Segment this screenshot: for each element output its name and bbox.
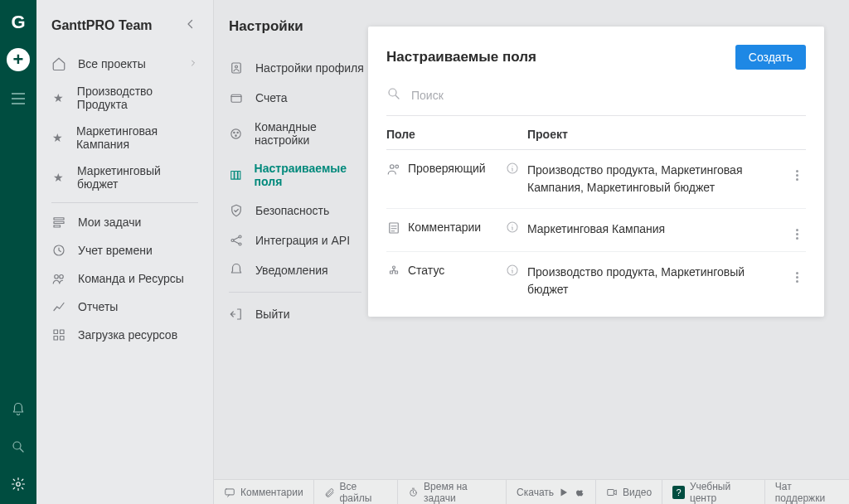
- chevron-right-icon: [188, 57, 198, 70]
- custom-fields-panel: Настраиваемые поля Создать Поле Проект П…: [368, 27, 824, 317]
- people-icon: [51, 271, 66, 286]
- info-icon[interactable]: [506, 162, 527, 177]
- bb-label: Время на задачи: [424, 481, 496, 504]
- nav-my-tasks[interactable]: Мои задачи: [36, 208, 213, 236]
- svg-rect-2: [54, 218, 64, 220]
- nav-label: Загрузка ресурсов: [78, 328, 177, 342]
- row-more-button[interactable]: [788, 220, 806, 240]
- settings-label: Настройки профиля: [255, 61, 364, 75]
- main: Настройки Настройки профиля Счета Команд…: [214, 0, 849, 504]
- settings-profile[interactable]: Настройки профиля: [229, 53, 368, 83]
- svg-point-7: [60, 275, 64, 279]
- search-input[interactable]: [411, 89, 806, 102]
- row-more-button[interactable]: [788, 264, 806, 283]
- bell-icon: [229, 263, 244, 278]
- settings-label: Командные настройки: [255, 120, 368, 147]
- row-more-button[interactable]: [788, 162, 806, 181]
- bb-video[interactable]: Видео: [596, 480, 662, 504]
- logout-icon: [229, 307, 244, 322]
- nav-label: Маркетинговая Кампания: [76, 124, 198, 151]
- settings-logout[interactable]: Выйти: [229, 299, 368, 329]
- create-button[interactable]: Создать: [735, 45, 806, 70]
- profile-icon: [229, 61, 244, 75]
- nav-project-1[interactable]: ★ Маркетинговая Кампания: [36, 118, 213, 158]
- nav-all-projects[interactable]: Все проекты: [36, 50, 213, 78]
- nav-time-tracking[interactable]: Учет времени: [36, 236, 213, 264]
- svg-rect-19: [231, 171, 234, 179]
- bb-download[interactable]: Скачать: [507, 480, 596, 504]
- field-projects: Производство продукта, Маркетинговая Кам…: [527, 162, 788, 196]
- gear-icon[interactable]: [11, 477, 26, 494]
- list-icon: [51, 215, 66, 230]
- nav-project-2[interactable]: ★ Маркетинговый бюджет: [36, 158, 213, 197]
- field-name: Статус: [408, 264, 506, 277]
- nav-label: Все проекты: [78, 57, 146, 70]
- share-icon: [229, 233, 244, 248]
- nav-label: Мои задачи: [78, 216, 141, 229]
- play-store-icon: [559, 487, 569, 497]
- col-field-header: Поле: [386, 128, 527, 141]
- table-header: Поле Проект: [386, 116, 806, 150]
- nav-project-0[interactable]: ★ Производство Продукта: [36, 78, 213, 118]
- bb-comments[interactable]: Комментарии: [214, 480, 314, 504]
- settings-billing[interactable]: Счета: [229, 83, 368, 113]
- star-icon: ★: [51, 91, 65, 104]
- settings-menu: Настройки Настройки профиля Счета Команд…: [214, 0, 368, 479]
- nav-workload[interactable]: Загрузка ресурсов: [36, 321, 213, 349]
- svg-rect-21: [238, 171, 240, 179]
- help-icon: ?: [672, 486, 685, 499]
- svg-point-1: [17, 482, 21, 487]
- bb-label: Видео: [623, 487, 652, 498]
- bb-time[interactable]: Время на задачи: [398, 480, 507, 504]
- bell-icon[interactable]: [11, 402, 26, 419]
- bb-chat[interactable]: Чат поддержки: [765, 480, 849, 504]
- search-icon[interactable]: [11, 439, 26, 457]
- info-icon[interactable]: [506, 264, 527, 279]
- settings-integration[interactable]: Интеграция и API: [229, 225, 368, 255]
- settings-label: Интеграция и API: [255, 234, 350, 247]
- nav-team-resources[interactable]: Команда и Ресурсы: [36, 264, 213, 293]
- add-button[interactable]: +: [7, 48, 30, 71]
- svg-point-26: [391, 165, 395, 169]
- info-icon[interactable]: [506, 220, 527, 236]
- settings-notifications[interactable]: Уведомления: [229, 255, 368, 285]
- star-icon: ★: [51, 171, 65, 184]
- settings-security[interactable]: Безопасность: [229, 196, 368, 225]
- sidebar: GanttPRO Team Все проекты ★ Производство…: [36, 0, 214, 504]
- chart-icon: [51, 299, 66, 314]
- bb-help[interactable]: ? Учебный центр: [662, 480, 765, 504]
- grid-icon: [51, 327, 66, 342]
- document-icon: [386, 220, 408, 238]
- svg-rect-8: [54, 330, 58, 334]
- star-icon: ★: [51, 131, 65, 144]
- svg-point-13: [235, 65, 238, 68]
- settings-label: Счета: [255, 91, 288, 104]
- panel-title: Настраиваемые поля: [386, 49, 536, 65]
- logo: G: [11, 12, 25, 33]
- field-projects: Маркетинговая Кампания: [527, 220, 788, 238]
- menu-icon[interactable]: [12, 93, 25, 104]
- svg-rect-11: [61, 337, 65, 341]
- table-row: Статус Производство продукта, Маркетинго…: [386, 252, 806, 310]
- settings-label: Выйти: [255, 308, 289, 321]
- settings-heading: Настройки: [229, 18, 368, 35]
- svg-point-18: [235, 134, 236, 135]
- palette-icon: [229, 127, 243, 141]
- svg-rect-3: [54, 221, 64, 223]
- settings-team[interactable]: Командные настройки: [229, 113, 368, 154]
- bb-files[interactable]: Все файлы: [314, 480, 399, 504]
- svg-rect-20: [235, 171, 237, 179]
- team-name: GanttPRO Team: [51, 18, 153, 33]
- field-name: Проверяющий: [408, 162, 506, 175]
- settings-custom-fields[interactable]: Настраиваемые поля: [229, 154, 368, 196]
- collapse-sidebar-icon[interactable]: [183, 17, 198, 35]
- svg-point-6: [55, 275, 59, 279]
- home-icon: [51, 56, 66, 71]
- bb-label: Комментарии: [240, 487, 303, 498]
- nav-reports[interactable]: Отчеты: [36, 293, 213, 321]
- people-icon: [386, 162, 408, 179]
- bottom-bar: Комментарии Все файлы Время на задачи Ск…: [214, 479, 849, 504]
- svg-rect-4: [54, 225, 61, 227]
- settings-label: Уведомления: [255, 264, 328, 277]
- clock-icon: [51, 243, 66, 258]
